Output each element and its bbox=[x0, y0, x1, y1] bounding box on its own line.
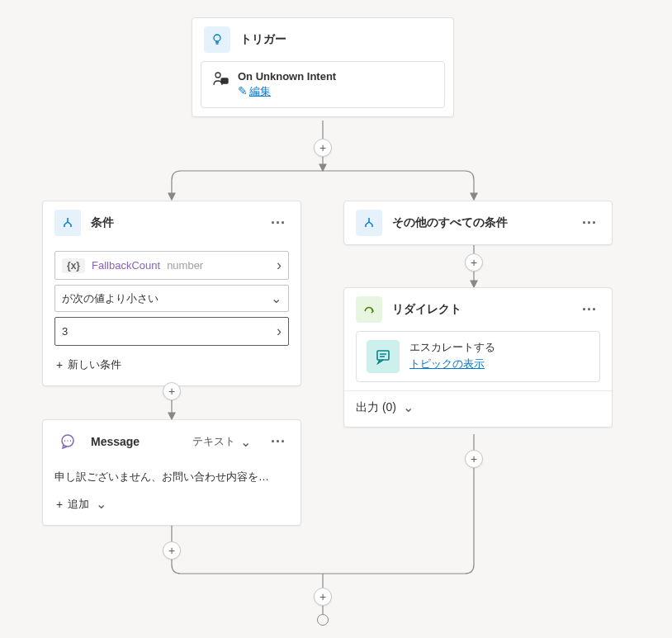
variable-selector[interactable]: {x} FallbackCount number bbox=[54, 251, 289, 280]
chat-bubble-icon bbox=[367, 340, 400, 373]
message-text[interactable]: 申し訳ございません、お問い合わせ内容を… bbox=[54, 470, 289, 489]
trigger-node: トリガー ? On Unknown Intent ✎編集 bbox=[192, 17, 454, 117]
chevron-down-icon bbox=[271, 291, 282, 306]
chevron-right-icon bbox=[277, 257, 282, 274]
end-node bbox=[317, 614, 329, 626]
redirect-icon bbox=[356, 296, 382, 323]
svg-marker-10 bbox=[471, 193, 477, 200]
add-variation-button[interactable]: + 追加 bbox=[54, 489, 289, 513]
redirect-header: リダイレクト ··· bbox=[344, 288, 612, 331]
svg-marker-12 bbox=[471, 281, 477, 287]
message-title: Message bbox=[91, 435, 182, 448]
variable-name: FallbackCount bbox=[92, 259, 160, 272]
svg-marker-8 bbox=[319, 164, 326, 171]
output-toggle[interactable]: 出力 (0) bbox=[344, 391, 612, 427]
svg-marker-9 bbox=[168, 193, 175, 200]
add-node-button[interactable]: + bbox=[314, 139, 332, 157]
trigger-title: トリガー bbox=[240, 32, 442, 47]
add-condition-label: 新しい条件 bbox=[68, 357, 121, 372]
escalate-label: エスカレートする bbox=[409, 340, 589, 355]
plus-icon: + bbox=[56, 358, 63, 371]
add-node-button[interactable]: + bbox=[163, 382, 181, 400]
add-node-button[interactable]: + bbox=[465, 253, 483, 272]
more-menu-button[interactable]: ··· bbox=[267, 215, 289, 232]
variable-type: number bbox=[167, 259, 203, 272]
condition-else-node: その他のすべての条件 ··· bbox=[343, 201, 613, 245]
svg-text:?: ? bbox=[224, 78, 226, 83]
svg-rect-18 bbox=[377, 351, 389, 360]
svg-marker-11 bbox=[168, 413, 175, 419]
message-type-label[interactable]: テキスト bbox=[192, 434, 235, 449]
plus-icon: + bbox=[56, 498, 63, 511]
more-menu-button[interactable]: ··· bbox=[579, 301, 600, 319]
add-node-button[interactable]: + bbox=[465, 450, 483, 468]
redirect-node: リダイレクト ··· エスカレートする トピックの表示 出力 (0) bbox=[343, 287, 613, 428]
condition-node: 条件 ··· {x} FallbackCount number が次の値より小さ… bbox=[42, 201, 301, 386]
chevron-right-icon bbox=[277, 323, 282, 340]
chat-icon bbox=[54, 428, 81, 455]
redirect-title: リダイレクト bbox=[392, 302, 569, 317]
more-menu-button[interactable]: ··· bbox=[579, 215, 600, 232]
add-condition-button[interactable]: + 新しい条件 bbox=[54, 351, 289, 374]
condition-else-header: その他のすべての条件 ··· bbox=[344, 201, 612, 244]
view-topic-link[interactable]: トピックの表示 bbox=[409, 357, 589, 371]
output-label: 出力 (0) bbox=[356, 400, 396, 415]
add-node-button[interactable]: + bbox=[314, 588, 332, 606]
branch-icon bbox=[54, 210, 81, 236]
add-label: 追加 bbox=[68, 497, 89, 512]
message-node: Message テキスト ··· 申し訳ございません、お問い合わせ内容を… + … bbox=[42, 419, 301, 526]
edit-link[interactable]: 編集 bbox=[249, 85, 271, 97]
condition-title: 条件 bbox=[91, 215, 258, 230]
svg-point-13 bbox=[214, 35, 220, 41]
intent-name: On Unknown Intent bbox=[238, 70, 434, 83]
trigger-header: トリガー bbox=[192, 18, 453, 61]
chevron-down-icon bbox=[96, 496, 106, 512]
operator-label: が次の値より小さい bbox=[62, 291, 271, 306]
more-menu-button[interactable]: ··· bbox=[267, 433, 289, 451]
add-node-button[interactable]: + bbox=[163, 541, 181, 560]
value-text: 3 bbox=[62, 325, 277, 338]
condition-else-title: その他のすべての条件 bbox=[392, 215, 569, 230]
value-selector[interactable]: 3 bbox=[54, 317, 289, 346]
chevron-down-icon bbox=[240, 434, 251, 450]
branch-icon bbox=[356, 210, 382, 236]
condition-header: 条件 ··· bbox=[43, 201, 301, 244]
message-header: Message テキスト ··· bbox=[43, 420, 301, 463]
pencil-icon: ✎ bbox=[238, 84, 248, 97]
svg-point-14 bbox=[215, 73, 220, 78]
operator-selector[interactable]: が次の値より小さい bbox=[54, 285, 289, 312]
lightbulb-icon bbox=[204, 26, 230, 53]
trigger-intent-card[interactable]: ? On Unknown Intent ✎編集 bbox=[201, 61, 445, 108]
chevron-down-icon bbox=[403, 399, 414, 415]
variable-badge: {x} bbox=[62, 258, 85, 273]
escalate-card[interactable]: エスカレートする トピックの表示 bbox=[356, 331, 600, 382]
person-chat-icon: ? bbox=[211, 70, 230, 88]
